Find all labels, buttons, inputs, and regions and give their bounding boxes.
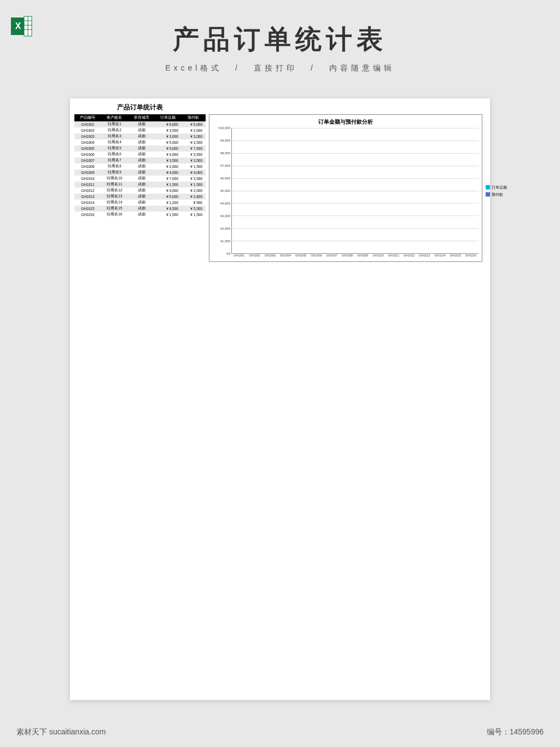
y-tick: ¥10,000 [218,126,230,130]
y-tick: ¥2,000 [220,227,230,230]
cell-prepaid: ¥ 3,580 [182,176,206,182]
grid-line [232,153,479,154]
cell-name: 待用名1 [101,121,128,127]
x-label: GH1012 [401,254,417,257]
cell-city: 成都 [128,212,155,218]
y-tick: ¥6,000 [220,177,230,180]
table-row: GH1016待用名16成都¥ 1,500¥ 1,500 [74,212,206,218]
y-tick: ¥7,000 [220,164,230,167]
cell-city: 成都 [128,206,155,212]
cell-name: 待用名11 [101,182,128,188]
cell-prepaid: ¥ 3,500 [182,157,206,164]
grid-line [232,203,479,203]
cell-city: 成都 [128,127,155,133]
cell-prepaid: ¥ 2,800 [182,194,206,200]
cell-city: 成都 [128,170,155,176]
cell-id: GH1001 [74,121,101,127]
table-row: GH1013待用名13成都¥ 5,000¥ 2,800 [74,194,206,200]
x-label: GH1003 [262,254,278,257]
table-header-row: 产品编号 客户姓名 所在城市 订单总额 预付款 [74,114,206,121]
sheet-title: 产品订单统计表 [74,103,206,112]
cell-name: 待用名4 [101,139,128,145]
divider: / [311,63,316,72]
col-prepaid: 预付款 [182,114,206,121]
cell-name: 待用名8 [101,164,128,170]
cell-city: 成都 [128,200,155,206]
cell-city: 成都 [128,194,155,200]
chart-x-axis: GH1001GH1002GH1003GH1004GH1005GH1006GH10… [231,254,479,257]
cell-prepaid: ¥ 5,000 [182,121,206,127]
x-label: GH1014 [432,254,447,257]
cell-prepaid: ¥ 3,500 [182,151,206,157]
legend-item-prepaid: 预付款 [486,192,507,197]
cell-name: 待用名7 [101,157,128,164]
table-row: GH1003待用名3成都¥ 3,000¥ 3,000 [74,133,206,139]
cell-name: 待用名10 [101,176,128,182]
cell-total: ¥ 3,500 [155,127,182,133]
x-label: GH1010 [370,254,386,257]
subtitle-part-2: 直接打印 [254,63,298,72]
cell-id: GH1015 [74,206,101,212]
cell-name: 待用名12 [101,188,128,194]
cell-total: ¥ 2,000 [155,164,182,170]
chart-plot-area [231,128,479,254]
table-row: GH1007待用名7成都¥ 3,500¥ 3,500 [74,157,206,164]
cell-prepaid: ¥ 500 [182,200,206,206]
y-tick: ¥8,000 [220,151,230,155]
cell-city: 成都 [128,157,155,164]
x-label: GH1001 [231,254,247,257]
cell-id: GH1014 [74,200,101,206]
cell-prepaid: ¥ 2,000 [182,188,206,194]
y-tick: ¥9,000 [220,139,230,142]
cell-id: GH1010 [74,176,101,182]
footer-id: 编号：14595996 [487,727,544,737]
chart-legend: 订单总额 预付款 [486,183,507,199]
table-row: GH1005待用名5成都¥ 9,000¥ 7,500 [74,145,206,151]
x-label: GH1015 [448,254,463,257]
cell-total: ¥ 1,500 [155,182,182,188]
divider: / [235,63,241,72]
x-label: GH1007 [324,254,340,257]
x-label: GH1006 [308,254,324,257]
table-row: GH1010待用名10成都¥ 7,000¥ 3,580 [74,176,206,182]
cell-city: 成都 [128,151,155,157]
grid-line [232,128,479,129]
cell-prepaid: ¥ 2,000 [182,127,206,133]
cell-id: GH1004 [74,139,101,145]
legend-swatch-prepaid [486,192,490,197]
cell-id: GH1012 [74,188,101,194]
grid-line [232,166,479,166]
legend-item-total: 订单总额 [486,185,507,190]
cell-total: ¥ 1,500 [155,212,182,218]
table-row: GH1008待用名8成都¥ 2,000¥ 1,500 [74,164,206,170]
table-row: GH1002待用名2成都¥ 3,500¥ 2,000 [74,127,206,133]
col-city: 所在城市 [128,114,155,121]
data-table: 产品编号 客户姓名 所在城市 订单总额 预付款 GH1001待用名1成都¥ 8,… [74,114,206,218]
cell-prepaid: ¥ 2,500 [182,139,206,145]
table-row: GH1012待用名12成都¥ 4,000¥ 2,000 [74,188,206,194]
grid-line [232,215,479,216]
y-tick: ¥1,000 [220,240,230,243]
grid-line [232,178,479,179]
y-tick: ¥3,000 [220,214,230,218]
table-row: GH1001待用名1成都¥ 8,000¥ 5,000 [74,121,206,127]
cell-id: GH1016 [74,212,101,218]
subtitle-part-3: 内容随意编辑 [329,63,395,72]
grid-line [232,141,479,141]
x-label: GH1011 [386,254,401,257]
col-total: 订单总额 [155,114,182,121]
table-row: GH1009待用名9成都¥ 4,000¥ 4,000 [74,170,206,176]
cell-id: GH1006 [74,151,101,157]
table-row: GH1015待用名15成都¥ 9,500¥ 5,500 [74,206,206,212]
footer-source: 素材天下 sucaitianxia.com [16,727,106,737]
y-tick: ¥0 [226,252,230,255]
cell-city: 成都 [128,182,155,188]
cell-prepaid: ¥ 3,000 [182,133,206,139]
cell-id: GH1008 [74,164,101,170]
x-label: GH1013 [417,254,432,257]
subtitle: Excel格式 / 直接打印 / 内容随意编辑 [0,63,560,73]
cell-name: 待用名14 [101,200,128,206]
legend-label-total: 订单总额 [492,185,507,190]
grid-line [232,191,479,191]
main-title: 产品订单统计表 [0,0,560,57]
